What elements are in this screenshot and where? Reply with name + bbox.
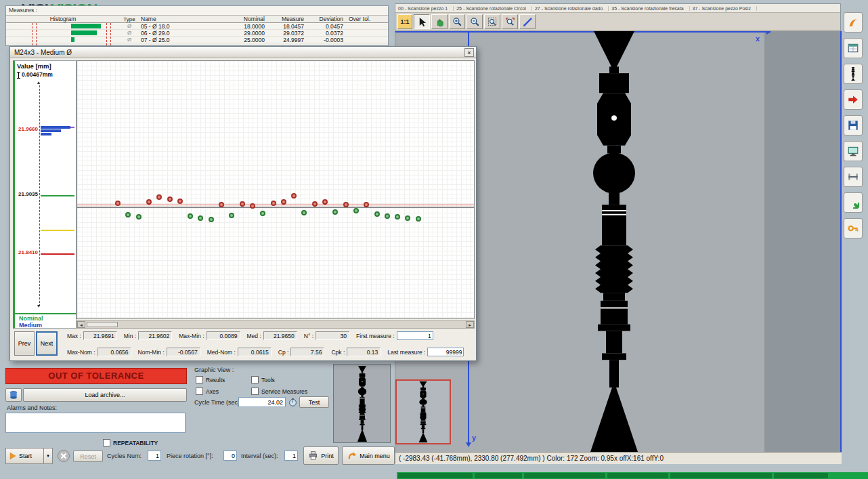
piece-rotation-input[interactable] [223, 451, 237, 461]
zoom-out-button[interactable] [466, 14, 483, 29]
scroll-right-button[interactable]: ► [466, 321, 474, 328]
scan-tab[interactable]: 35 - Scansione rotazionale fresata [609, 6, 689, 11]
archive-icon-button[interactable] [5, 388, 22, 402]
piece-rotation-label: Piece rotation [°]: [167, 453, 213, 459]
scan-tab[interactable]: 00 - Scansione pezzo 1 [395, 6, 454, 11]
scale-1-1-button[interactable]: 1:1 [397, 14, 412, 29]
scan-tabs: 00 - Scansione pezzo 125 - Scansione rot… [395, 4, 840, 13]
first-measure-input[interactable] [397, 331, 433, 340]
vicivision-button[interactable] [844, 192, 863, 213]
stats-row-1: Max : 21.9691 Min : 21.9602 Max-Min : 0.… [67, 331, 476, 340]
measurement-point [136, 214, 142, 220]
checkbox-label: Axes [206, 388, 219, 395]
print-button[interactable]: Print [303, 446, 339, 465]
x-axis-arrow-icon [766, 31, 771, 35]
scan-tab[interactable]: 27 - Scansione rotazionale dado [532, 6, 609, 11]
main-menu-button[interactable]: Main menu [342, 446, 395, 465]
taskbar-item[interactable] [670, 473, 772, 478]
measure-name: 05 - Ø 18.0 [139, 23, 230, 30]
deviation-value: 0.0457 [309, 23, 349, 30]
graphic-view-title: Graphic View : [194, 367, 234, 373]
prev-button[interactable]: Prev [14, 331, 35, 356]
next-button[interactable]: Next [36, 331, 58, 356]
scan-tab[interactable]: 37 - Scansione pezzo Posiz [690, 6, 757, 11]
col-name: Name [139, 16, 230, 22]
export-piece-button[interactable] [844, 89, 863, 110]
axis-line [41, 195, 74, 196]
distribution-bar [41, 129, 61, 132]
repeatability-checkbox[interactable] [103, 439, 110, 446]
measure-line-button[interactable] [519, 14, 536, 29]
background-band [764, 31, 842, 452]
checkbox[interactable] [196, 376, 203, 383]
scroll-thumb[interactable] [87, 322, 118, 327]
col-type: Type [120, 16, 139, 22]
taskbar-item[interactable] [774, 473, 828, 478]
taskbar-item[interactable] [398, 473, 473, 478]
hand-icon [435, 17, 445, 27]
table-row[interactable]: Ø 05 - Ø 18.0 18.0000 18.0457 0.0457 [6, 23, 388, 30]
results-table-button[interactable] [844, 38, 863, 58]
notes-input[interactable] [5, 413, 186, 433]
scan-tab[interactable]: 25 - Scansione rotazionale Circol [454, 6, 532, 11]
tolerance-line [106, 23, 107, 45]
taskbar-item[interactable] [524, 473, 605, 478]
reset-circle-icon[interactable] [57, 449, 70, 463]
measure-name: 07 - Ø 25.0 [139, 37, 230, 43]
pan-hand-button[interactable] [431, 14, 448, 29]
taskbar-item[interactable] [607, 473, 668, 478]
vicivision-icon [847, 196, 859, 209]
caliper-button[interactable] [844, 167, 863, 187]
zoom-in-button[interactable] [449, 14, 465, 29]
out-of-tolerance-banner: OUT OF TOLERANCE [5, 368, 187, 384]
license-key-button[interactable] [844, 218, 863, 238]
start-button[interactable]: Start [5, 448, 44, 464]
stat-maxnom-value: 0.0656 [97, 348, 131, 356]
axis-arrow-down-icon: ▼ [37, 304, 41, 308]
cycles-num-input[interactable] [148, 451, 161, 461]
close-button[interactable]: × [464, 48, 474, 57]
monitor-button[interactable] [844, 141, 863, 161]
table-row[interactable]: Ø 07 - Ø 25.0 25.0000 24.9997 -0.0003 [6, 37, 388, 43]
histogram-bar [71, 30, 97, 35]
load-archive-button[interactable]: Load archive... [23, 388, 187, 402]
zoom-window-icon [487, 17, 498, 27]
taskbar [397, 472, 868, 479]
value-axis-panel: Value [mm] 0.00467mm ▲ ▼ Nominal Medium … [13, 60, 77, 329]
tolerance-line [36, 23, 37, 45]
measurement-point [219, 202, 224, 207]
axis-arrow-up-icon: ▲ [37, 80, 41, 85]
distribution-bar [41, 126, 70, 129]
select-cursor-button[interactable] [414, 14, 430, 29]
stat-min-label: Min : [124, 333, 136, 339]
checkbox[interactable] [196, 388, 203, 395]
dialog-title-bar[interactable]: M24x3 - Medium Ø × [10, 47, 476, 58]
last-measure-input[interactable] [427, 348, 464, 356]
reset-button[interactable]: Reset [73, 451, 103, 462]
nominal-value: 29.0000 [230, 30, 270, 37]
caliper-icon [847, 171, 859, 183]
piece-program-button[interactable] [844, 64, 863, 84]
stat-maxmin-label: Max-Min : [179, 333, 204, 339]
red-arrow-icon [847, 93, 859, 106]
taskbar-item[interactable] [475, 473, 522, 478]
start-dropdown-button[interactable]: ▾ [44, 448, 53, 464]
measurement-point [301, 210, 307, 215]
save-button[interactable] [844, 115, 863, 136]
zoom-extents-button[interactable] [502, 14, 518, 29]
table-row[interactable]: Ø 06 - Ø 29.0 29.0000 29.0372 0.0372 [6, 30, 388, 37]
quick-tools-button[interactable] [844, 12, 863, 33]
navigator-thumbnail[interactable] [395, 379, 451, 444]
checkbox[interactable] [251, 376, 259, 383]
interval-input[interactable] [284, 451, 298, 461]
checkbox[interactable] [251, 388, 259, 395]
scroll-left-button[interactable]: ◄ [77, 321, 85, 328]
test-button[interactable]: Test [299, 396, 329, 408]
deviation-value: 0.0372 [309, 30, 349, 37]
axis-tick-label: 21.8410 [16, 249, 38, 255]
deviation-value: -0.0003 [309, 37, 349, 43]
piece-icon [850, 67, 856, 81]
zoom-window-button[interactable] [484, 14, 500, 29]
measurement-point [188, 213, 193, 219]
measurement-chart[interactable] [77, 60, 475, 319]
